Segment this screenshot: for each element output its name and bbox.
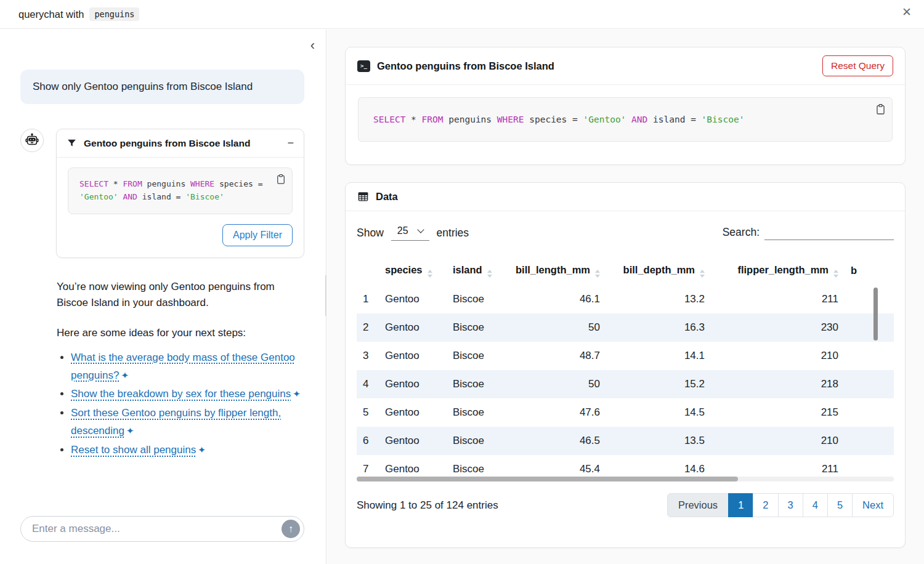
- table-cell: 13.5: [606, 427, 711, 455]
- sql-code-block: SELECT * FROM penguins WHERE species = '…: [358, 97, 893, 142]
- table-cell: 50: [506, 370, 606, 398]
- suggestion-link[interactable]: Sort these Gentoo penguins by flipper le…: [71, 407, 281, 437]
- table-cell: 4: [357, 370, 379, 398]
- table-cell: 14.1: [606, 342, 711, 370]
- filter-card-header: Gentoo penguins from Biscoe Island −: [57, 129, 304, 158]
- table-info: Showing 1 to 25 of 124 entries: [357, 499, 498, 512]
- table-cell: Gentoo: [379, 398, 447, 427]
- robot-avatar: [20, 129, 44, 152]
- chat-message-input[interactable]: [32, 523, 282, 535]
- page-size-value: 25: [397, 225, 408, 236]
- horizontal-scrollbar[interactable]: [357, 477, 738, 481]
- bot-message-text: Here are some ideas for your next steps:: [57, 327, 304, 339]
- close-icon[interactable]: ✕: [902, 6, 912, 18]
- table-header-row: speciesislandbill_length_mmbill_depth_mm…: [357, 257, 894, 285]
- sort-icon: [487, 270, 492, 278]
- table-cell: 46.5: [506, 427, 606, 455]
- filter-card-actions: Apply Filter: [68, 224, 293, 246]
- minimize-icon[interactable]: −: [287, 137, 294, 150]
- table-footer: Showing 1 to 25 of 124 entries Previous1…: [357, 493, 894, 517]
- copy-icon[interactable]: [275, 174, 286, 185]
- table-cell: 46.1: [506, 285, 606, 313]
- copy-icon[interactable]: [875, 103, 886, 115]
- table-cell: 230: [711, 313, 845, 342]
- reset-query-button[interactable]: Reset Query: [822, 55, 893, 76]
- robot-icon: [25, 133, 39, 148]
- table-cell: 210: [711, 342, 845, 370]
- suggestion-list: What is the average body mass of these G…: [57, 349, 303, 459]
- send-icon[interactable]: ↑: [282, 520, 300, 538]
- suggestion-item: Reset to show all penguins✦: [71, 441, 303, 459]
- sql-code: SELECT * FROM penguins WHERE species = '…: [373, 115, 744, 124]
- pagination-page-4[interactable]: 4: [803, 493, 828, 517]
- table-row: 5GentooBiscoe47.614.5215: [357, 398, 894, 427]
- column-header-flipper_length_mm[interactable]: flipper_length_mm: [711, 257, 845, 285]
- pagination-page-3[interactable]: 3: [778, 493, 803, 517]
- query-card-header: >_ Gentoo penguins from Biscoe Island Re…: [346, 47, 905, 85]
- page-size-select[interactable]: 25: [391, 225, 429, 241]
- table-cell: 218: [711, 370, 845, 398]
- column-header-island[interactable]: island: [447, 257, 506, 285]
- column-header-b[interactable]: b: [845, 257, 894, 285]
- app-title: querychat with: [18, 9, 84, 20]
- index-column-header: [357, 257, 379, 285]
- table-row: 2GentooBiscoe5016.3230: [357, 313, 894, 342]
- pagination-previous[interactable]: Previous: [667, 493, 729, 517]
- table-cell: Gentoo: [379, 313, 447, 342]
- table-cell: 15.2: [606, 370, 711, 398]
- pagination-page-1[interactable]: 1: [728, 493, 753, 517]
- table-cell: Biscoe: [447, 313, 506, 342]
- table-cell: 3: [357, 342, 379, 370]
- sort-icon: [833, 270, 838, 278]
- table-cell: 5: [357, 398, 379, 427]
- chat-sidebar: ‹ Show only Gentoo penguins from Biscoe …: [0, 30, 326, 564]
- column-header-bill_depth_mm[interactable]: bill_depth_mm: [606, 257, 711, 285]
- table-cell: 50: [506, 313, 606, 342]
- filter-icon: [67, 138, 77, 148]
- sparkle-icon: ✦: [121, 370, 129, 381]
- sidebar-resize-handle[interactable]: [325, 275, 326, 316]
- show-label: Show: [357, 227, 384, 240]
- table-cell: 210: [711, 427, 845, 455]
- table-cell: Gentoo: [379, 342, 447, 370]
- dashboard-pane: >_ Gentoo penguins from Biscoe Island Re…: [327, 30, 924, 564]
- sort-icon: [428, 270, 432, 278]
- table-cell: Gentoo: [379, 285, 447, 313]
- query-card-body: SELECT * FROM penguins WHERE species = '…: [346, 85, 905, 154]
- data-table: speciesislandbill_length_mmbill_depth_mm…: [357, 257, 894, 483]
- app-titlebar: querychat with penguins ✕: [0, 0, 924, 29]
- suggestion-item: Show the breakdown by sex for these peng…: [71, 385, 303, 403]
- table-icon: [357, 191, 369, 203]
- table-cell: Biscoe: [447, 427, 506, 455]
- table-cell: 47.6: [506, 398, 606, 427]
- page-length-control: Show 25 entries: [357, 225, 469, 241]
- table-cell: Biscoe: [447, 398, 506, 427]
- pagination-page-2[interactable]: 2: [753, 493, 778, 517]
- table-cell: 1: [357, 285, 379, 313]
- data-card-header: Data: [346, 183, 905, 211]
- search-input[interactable]: [764, 226, 894, 240]
- suggestion-link[interactable]: Show the breakdown by sex for these peng…: [71, 388, 291, 400]
- suggestion-link[interactable]: Reset to show all penguins: [71, 444, 196, 456]
- chevron-down-icon: [417, 226, 424, 233]
- sparkle-icon: ✦: [293, 389, 301, 399]
- search-label: Search:: [723, 226, 760, 239]
- vertical-scrollbar[interactable]: [873, 288, 878, 340]
- suggestion-link[interactable]: What is the average body mass of these G…: [71, 352, 295, 381]
- pagination-next[interactable]: Next: [852, 493, 894, 517]
- table-cell: [845, 370, 894, 398]
- column-header-bill_length_mm[interactable]: bill_length_mm: [506, 257, 606, 285]
- data-card-body: Show 25 entries Search:: [346, 211, 905, 531]
- table-cell: Gentoo: [379, 427, 447, 455]
- table-row: 4GentooBiscoe5015.2218: [357, 370, 894, 398]
- table-cell: Gentoo: [379, 370, 447, 398]
- collapse-sidebar-icon[interactable]: ‹: [310, 39, 315, 52]
- column-header-species[interactable]: species: [379, 257, 447, 285]
- sort-icon: [700, 270, 705, 278]
- sql-code: SELECT * FROM penguins WHERE species = '…: [79, 178, 265, 204]
- dataset-name-chip: penguins: [89, 7, 139, 21]
- apply-filter-button[interactable]: Apply Filter: [222, 224, 293, 246]
- table-cell: 215: [711, 398, 845, 427]
- pagination-page-5[interactable]: 5: [827, 493, 853, 517]
- table-cell: 211: [711, 285, 845, 313]
